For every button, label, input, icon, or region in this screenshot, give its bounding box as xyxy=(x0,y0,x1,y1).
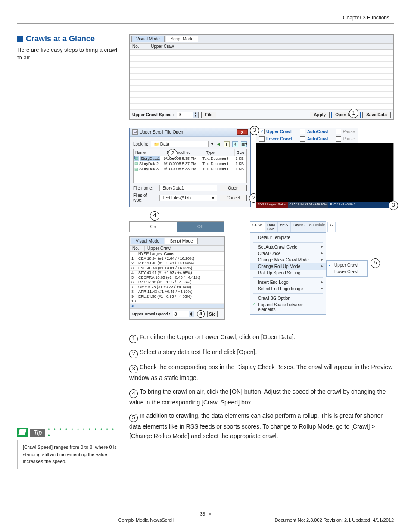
data-row[interactable]: 10 xyxy=(130,299,224,304)
menu-tab-c[interactable]: C xyxy=(328,222,336,232)
data-row[interactable]: 5CBCPRA 10.65 (#1 +0.45 / +4.41%) xyxy=(130,275,224,280)
col-type[interactable]: Type xyxy=(204,149,235,156)
tip-box: Tip • • • • • • • • • • • • • [Crawl Spe… xyxy=(17,426,121,469)
filetype-field[interactable]: Text Files(*.txt)▾ xyxy=(159,195,217,201)
speed-spinner-2[interactable]: ▲▼ xyxy=(173,311,194,317)
file-row[interactable]: ▤StoryData2 9/10/2008 5:37 PM Text Docum… xyxy=(134,161,246,166)
step-1-text: For either the Upper or Lower Crawl, cli… xyxy=(140,333,295,340)
file-row[interactable]: ▤StoryData3 9/10/2008 5:38 PM Text Docum… xyxy=(134,166,246,171)
col-upper-2: Upper Crawl xyxy=(145,246,224,251)
lower-crawl-label: Lower Crawl xyxy=(266,137,292,141)
data-row[interactable]: 3EYE 48.48 (#1 +3.01 / +6.62%) xyxy=(130,266,224,271)
submenu-upper[interactable]: Upper Crawl xyxy=(327,262,367,268)
tab-script-mode[interactable]: Script Mode xyxy=(166,36,198,42)
stc-button[interactable]: Stc xyxy=(207,311,218,317)
menu-tab-databox[interactable]: Data Box xyxy=(265,222,278,232)
step-num-2: 2 xyxy=(129,350,138,358)
tip-body: [Crawl Speed] ranges from 0 to 8, where … xyxy=(17,440,121,469)
filetype-label: Files of type: xyxy=(133,193,157,202)
pause-upper-checkbox[interactable] xyxy=(336,129,341,134)
lookin-field[interactable]: 📁 Data xyxy=(151,141,209,147)
crawl-context-menu: Default Template Set AutoCrawl Cycle Cra… xyxy=(250,232,326,315)
on-off-toggle: On Off xyxy=(129,221,224,232)
menu-default-template[interactable]: Default Template xyxy=(250,234,326,241)
callout-3: 3 xyxy=(250,126,259,135)
menu-crawl-once[interactable]: Crawl Once xyxy=(250,250,326,257)
pause-label2: Pause xyxy=(343,137,355,141)
footer-product: Compix Media NewsScroll xyxy=(118,517,174,523)
tab-script-mode-2[interactable]: Script Mode xyxy=(165,238,197,244)
view-menu-icon[interactable]: ▦▾ xyxy=(241,141,247,147)
off-button[interactable]: Off xyxy=(177,222,224,232)
tab-visual-mode-2[interactable]: Visual Mode xyxy=(131,238,164,244)
file-button[interactable]: File xyxy=(201,112,216,118)
data-grid[interactable]: NYSE Largest Gains1CBA 18.94 (#1 +2.64 /… xyxy=(130,252,224,304)
filename-field[interactable]: StoryData1 xyxy=(159,185,217,191)
col-name[interactable]: Name xyxy=(134,149,165,156)
col-upper-crawl: Upper Crawl xyxy=(148,44,393,49)
menu-expand-space[interactable]: Expand Space between elements xyxy=(250,302,326,313)
new-folder-icon[interactable]: ✳ xyxy=(232,141,238,147)
step-3-text: Check the corresponding box in the Displ… xyxy=(129,364,392,381)
menu-insert-logo[interactable]: Insert End Logo xyxy=(250,279,326,286)
autocrawl-label2: AutoCrawl xyxy=(307,137,329,141)
file-open-dialog: ▭ Upper Scroll File Open x Look in: 📁 Da… xyxy=(129,128,251,207)
data-row[interactable]: 7OME 5.78 (#1 +0.23 / +4.14%) xyxy=(130,285,224,289)
autocrawl-label: AutoCrawl xyxy=(307,129,329,134)
speed-spinner[interactable]: ▲▼ xyxy=(177,112,199,118)
menu-tab-layers[interactable]: Layers xyxy=(291,222,307,232)
menu-rollup-speed[interactable]: Roll Up Speed Setting xyxy=(250,270,326,276)
data-row[interactable]: 2PJC 48.48 (#1 +5.90 / +10.69%) xyxy=(130,261,224,266)
autocrawl-upper-checkbox[interactable] xyxy=(300,129,305,134)
scrollbar-horizontal[interactable]: ◄ xyxy=(130,304,224,308)
upper-crawl-label: Upper Crawl xyxy=(266,129,292,134)
menu-bg-option[interactable]: Crawl BG Option xyxy=(250,295,326,302)
callout-5: 5 xyxy=(371,258,380,268)
menu-tab-crawl[interactable]: Crawl xyxy=(250,222,265,232)
on-button[interactable]: On xyxy=(130,222,177,232)
col-size[interactable]: Size xyxy=(235,149,246,156)
footer-doc: Document No: 2.3.002 Revision: 2.1 Updat… xyxy=(275,517,394,523)
step-num-1: 1 xyxy=(129,335,138,343)
data-row[interactable]: 1CBA 18.94 (#1 +2.64 / +16.20%) xyxy=(130,256,224,261)
menu-autocrawl-cycle[interactable]: Set AutoCrawl Cycle xyxy=(250,244,326,250)
step-num-5: 5 xyxy=(129,414,138,422)
pause-lower-checkbox[interactable] xyxy=(336,136,341,142)
menu-mask-mode[interactable]: Change Mask Crawl Mode xyxy=(250,257,326,263)
menu-select-logo[interactable]: Select End Logo Image xyxy=(250,286,326,292)
crawl-grid[interactable] xyxy=(130,50,393,110)
autocrawl-lower-checkbox[interactable] xyxy=(300,136,305,142)
apply-button[interactable]: Apply xyxy=(310,112,330,118)
speed-label: Upper Crawl Speed : xyxy=(132,112,174,117)
dialog-icon: ▭ xyxy=(132,129,138,135)
up-folder-icon[interactable]: ⬆ xyxy=(224,141,230,147)
section-heading: Crawls at a Glance xyxy=(17,34,121,44)
rollup-submenu: Upper Crawl Lower Crawl xyxy=(326,260,368,277)
open-button[interactable]: Open xyxy=(220,185,247,191)
tab-visual-mode[interactable]: Visual Mode xyxy=(131,36,165,42)
lower-crawl-checkbox[interactable] xyxy=(259,136,265,142)
submenu-lower[interactable]: Lower Crawl xyxy=(327,268,367,275)
data-row[interactable]: 6LVB 32.30 (#1 +1.35 / +4.36%) xyxy=(130,280,224,285)
preview-window: NYSE Largest Gains CBA 18.94 +2.64 / +16… xyxy=(256,143,394,208)
upper-crawl-checkbox[interactable] xyxy=(259,129,265,134)
data-row[interactable]: 9EPL 24.50 (#1 +0.95 / +4.03%) xyxy=(130,294,224,299)
cancel-button[interactable]: Cancel xyxy=(220,195,247,201)
callout-3b: 3 xyxy=(389,201,398,210)
dialog-title: Upper Scroll File Open xyxy=(140,130,183,134)
menu-tab-schedule[interactable]: Schedule xyxy=(307,222,328,232)
data-row[interactable]: 8APR 11.43 (#1 +0.45 / +4.10%) xyxy=(130,289,224,294)
back-icon[interactable]: ◄ xyxy=(216,142,221,147)
step-num-4: 4 xyxy=(129,389,138,398)
crawl-config-panel: Visual Mode Script Mode No. Upper Crawl … xyxy=(129,34,394,120)
file-row[interactable]: ▤StoryData1 9/10/2008 5:35 PM Text Docum… xyxy=(134,156,246,161)
save-data-button[interactable]: Save Data xyxy=(362,112,391,118)
menu-rollup-mode[interactable]: Change Roll Up Mode xyxy=(250,263,326,270)
speed-label-2: Upper Crawl Speed : xyxy=(132,312,170,316)
menu-tab-rss[interactable]: RSS xyxy=(278,222,291,232)
close-icon[interactable]: x xyxy=(237,129,248,135)
callout-1: 1 xyxy=(349,109,358,118)
data-row[interactable]: NYSE Largest Gains xyxy=(130,252,224,256)
data-row[interactable]: 4SFY 40.91 (#1 +1.93 / +4.95%) xyxy=(130,271,224,275)
steps-list: 1For either the Upper or Lower Crawl, cl… xyxy=(129,333,394,441)
